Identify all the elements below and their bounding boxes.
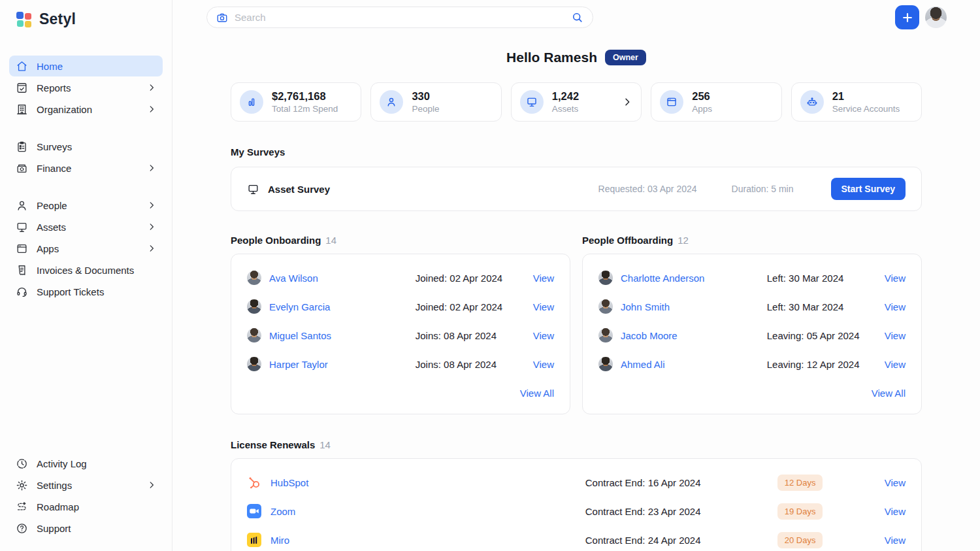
onboarding-panel: Ava Wilson Joined: 02 Apr 2024 View Evel… <box>231 254 570 414</box>
sidebar-item-home[interactable]: Home <box>9 56 163 76</box>
sidebar-item-settings[interactable]: Settings <box>9 475 163 495</box>
sidebar-item-roadmap[interactable]: Roadmap <box>9 496 163 517</box>
app-name-link[interactable]: Zoom <box>270 506 576 517</box>
avatar <box>247 271 261 285</box>
section-title: My Surveys <box>231 146 285 158</box>
nav-group-bottom: Activity Log Settings Roadmap Support <box>9 453 163 539</box>
gear-icon <box>16 479 28 492</box>
add-button[interactable] <box>895 5 919 29</box>
stat-card-people[interactable]: 330 People <box>370 82 501 122</box>
sidebar-item-label: Invoices & Documents <box>37 265 134 276</box>
view-link[interactable]: View <box>533 273 554 284</box>
people-offboarding-section: People Offboarding 12 Charlotte Anderson… <box>582 235 922 414</box>
monitor-icon <box>247 183 259 195</box>
person-row: Jacob Moore Leaving: 05 Apr 2024 View <box>598 321 906 350</box>
avatar <box>598 328 613 342</box>
sidebar-item-people[interactable]: People <box>9 195 163 216</box>
people-onboarding-section: People Onboarding 14 Ava Wilson Joined: … <box>231 235 570 414</box>
view-all-link[interactable]: View All <box>520 388 554 399</box>
stat-card-service-accounts[interactable]: 21 Service Accounts <box>791 82 922 122</box>
days-badge: 20 Days <box>777 532 823 548</box>
monitor-icon <box>16 221 28 233</box>
view-link[interactable]: View <box>533 301 554 312</box>
reports-icon <box>16 82 28 94</box>
view-link[interactable]: View <box>885 273 906 284</box>
person-name-link[interactable]: Evelyn Garcia <box>269 301 408 312</box>
sidebar-item-surveys[interactable]: Surveys <box>9 136 163 157</box>
sidebar-item-activity-log[interactable]: Activity Log <box>9 453 163 474</box>
invoices-icon <box>16 264 28 276</box>
view-all-link[interactable]: View All <box>872 388 906 399</box>
view-link[interactable]: View <box>885 359 906 370</box>
miro-logo <box>247 533 261 547</box>
main-area: Hello Ramesh Owner $2,761,168 Total 12m … <box>172 0 980 551</box>
activity-log-icon <box>16 458 28 470</box>
person-name-link[interactable]: Ahmed Ali <box>621 359 759 370</box>
profile-avatar[interactable] <box>925 7 947 28</box>
renewals-panel: HubSpot Contract End: 16 Apr 2024 12 Day… <box>231 458 922 551</box>
stat-card-spend[interactable]: $2,761,168 Total 12m Spend <box>231 82 361 122</box>
app-name-link[interactable]: HubSpot <box>270 477 576 488</box>
app-name-link[interactable]: Miro <box>270 535 576 546</box>
brand-name: Setyl <box>39 10 76 28</box>
people-icon <box>16 199 28 212</box>
view-link[interactable]: View <box>885 506 906 517</box>
survey-requested: Requested: 03 Apr 2024 <box>598 184 697 194</box>
search-icon[interactable] <box>571 11 583 24</box>
search-bar[interactable] <box>206 7 593 28</box>
sidebar-item-invoices-documents[interactable]: Invoices & Documents <box>9 259 163 280</box>
avatar <box>598 299 613 314</box>
nav-group-top: Home Reports Organization <box>9 56 163 120</box>
start-survey-button[interactable]: Start Survey <box>831 178 906 200</box>
sidebar-item-assets[interactable]: Assets <box>9 216 163 237</box>
person-name-link[interactable]: Ava Wilson <box>269 273 408 284</box>
person-row: Ava Wilson Joined: 02 Apr 2024 View <box>247 263 554 292</box>
contract-end: Contract End: 16 Apr 2024 <box>585 477 768 488</box>
sidebar-item-label: Support Tickets <box>37 286 104 297</box>
stat-label: Assets <box>552 104 579 114</box>
offboarding-panel: Charlotte Anderson Left: 30 Mar 2024 Vie… <box>582 254 922 414</box>
robot-icon <box>800 90 824 114</box>
person-date: Joined: 02 Apr 2024 <box>416 301 525 312</box>
sidebar-item-reports[interactable]: Reports <box>9 77 163 98</box>
section-title: People Onboarding <box>231 235 321 246</box>
chevron-right-icon[interactable] <box>622 97 632 107</box>
hubspot-logo <box>247 475 261 490</box>
stat-card-assets[interactable]: 1,242 Assets <box>511 82 642 122</box>
stat-card-apps[interactable]: 256 Apps <box>651 82 781 122</box>
view-link[interactable]: View <box>885 301 906 312</box>
sidebar-item-label: People <box>37 200 67 211</box>
person-row: Ahmed Ali Leaving: 12 Apr 2024 View <box>598 350 906 378</box>
sidebar: Setyl Home Reports Organization Surveys … <box>0 0 172 551</box>
view-link[interactable]: View <box>533 330 554 341</box>
days-badge: 19 Days <box>777 503 823 520</box>
sidebar-item-support-tickets[interactable]: Support Tickets <box>9 281 163 302</box>
person-date: Joins: 08 Apr 2024 <box>416 359 525 370</box>
view-link[interactable]: View <box>533 359 554 370</box>
roadmap-icon <box>16 501 28 513</box>
sidebar-item-label: Activity Log <box>37 458 87 469</box>
chevron-right-icon <box>147 201 156 210</box>
sidebar-item-support[interactable]: Support <box>9 518 163 539</box>
person-name-link[interactable]: Harper Taylor <box>269 359 408 370</box>
person-name-link[interactable]: Miguel Santos <box>269 330 408 341</box>
person-name-link[interactable]: John Smith <box>621 301 759 312</box>
renewal-row: HubSpot Contract End: 16 Apr 2024 12 Day… <box>247 468 906 497</box>
sidebar-item-organization[interactable]: Organization <box>9 99 163 120</box>
brand-logo[interactable]: Setyl <box>9 10 163 28</box>
home-icon <box>16 60 28 73</box>
chevron-right-icon <box>147 244 156 253</box>
sidebar-item-apps[interactable]: Apps <box>9 238 163 259</box>
bar-chart-icon <box>240 90 263 114</box>
person-name-link[interactable]: Charlotte Anderson <box>621 273 759 284</box>
section-title: People Offboarding <box>582 235 673 246</box>
chevron-right-icon <box>147 222 156 231</box>
view-link[interactable]: View <box>885 330 906 341</box>
sidebar-item-label: Roadmap <box>37 501 79 512</box>
person-name-link[interactable]: Jacob Moore <box>621 330 759 341</box>
view-link[interactable]: View <box>885 535 906 546</box>
view-link[interactable]: View <box>885 477 906 488</box>
camera-icon[interactable] <box>216 12 228 24</box>
sidebar-item-finance[interactable]: Finance <box>9 158 163 178</box>
search-input[interactable] <box>235 12 564 23</box>
